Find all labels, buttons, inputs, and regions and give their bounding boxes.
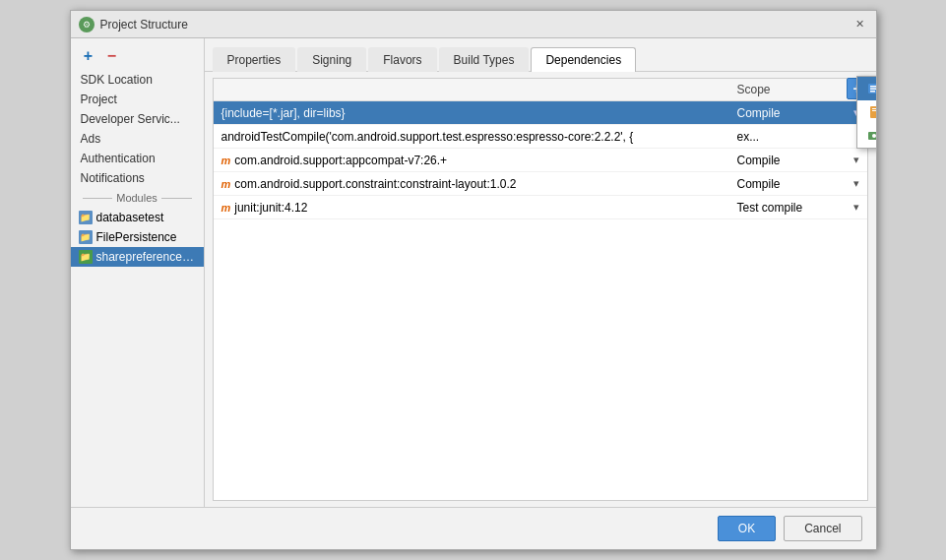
dependency-scope: Compile ▾: [729, 151, 867, 170]
dependency-name: m junit:junit:4.12: [214, 198, 729, 218]
jar-icon: [867, 105, 876, 119]
ok-button[interactable]: OK: [718, 516, 776, 541]
dependency-name: {include=[*.jar], dir=libs}: [214, 103, 729, 123]
project-structure-dialog: ⚙ Project Structure ✕ + − SDK Location P…: [70, 10, 877, 550]
tab-signing[interactable]: Signing: [297, 47, 366, 72]
table-row[interactable]: m junit:junit:4.12 Test compile ▾: [214, 196, 867, 219]
dependency-scope: Compile ▾: [729, 103, 867, 123]
main-content: Properties Signing Flavors Build Types D…: [205, 38, 876, 507]
scope-dropdown-arrow[interactable]: ▾: [853, 201, 859, 214]
title-bar-left: ⚙ Project Structure: [79, 17, 188, 32]
dependency-name: androidTestCompile('com.android.support.…: [214, 127, 729, 147]
add-module-button[interactable]: +: [79, 46, 98, 66]
sidebar-item-sdk-location[interactable]: SDK Location: [71, 70, 204, 90]
svg-rect-5: [872, 108, 876, 109]
module-item-filepersistence[interactable]: 📁 FilePersistence: [71, 227, 204, 247]
dependency-scope: Test compile ▾: [729, 198, 867, 218]
dependency-scope: Compile ▾: [729, 174, 867, 194]
table-row[interactable]: androidTestCompile('com.android.support.…: [214, 125, 867, 149]
module-item-sharepreferencen[interactable]: 📁 sharepreferencen...: [71, 247, 204, 267]
dependency-name: m com.android.support.constraint:constra…: [214, 174, 729, 194]
dependency-type-dropdown: 1 Library dependency 2 Jar dependency: [856, 76, 876, 149]
svg-rect-3: [870, 91, 875, 93]
app-icon: ⚙: [79, 17, 95, 32]
tab-flavors[interactable]: Flavors: [368, 47, 436, 72]
tab-build-types[interactable]: Build Types: [439, 47, 530, 72]
sidebar-item-authentication[interactable]: Authentication: [71, 149, 204, 168]
svg-rect-2: [870, 89, 876, 91]
sidebar-item-notifications[interactable]: Notifications: [71, 168, 204, 188]
tabs-bar: Properties Signing Flavors Build Types D…: [205, 38, 876, 72]
module-item-databasetest[interactable]: 📁 databasetest: [71, 208, 204, 227]
module-folder-icon: 📁: [79, 230, 93, 244]
table-row[interactable]: m com.android.support.constraint:constra…: [214, 172, 867, 196]
library-dependency-option[interactable]: 1 Library dependency: [857, 77, 876, 100]
bottom-bar: OK Cancel: [71, 507, 876, 549]
svg-rect-1: [870, 86, 876, 88]
svg-rect-4: [870, 106, 876, 118]
dependency-name: m com.android.support:appcompat-v7:26.+: [214, 151, 729, 170]
maven-icon: m: [221, 155, 231, 166]
maven-icon: m: [221, 202, 231, 214]
dialog-title: Project Structure: [100, 18, 188, 31]
sidebar: + − SDK Location Project Developer Servi…: [71, 38, 205, 507]
table-row[interactable]: {include=[*.jar], dir=libs} Compile ▾: [214, 101, 867, 125]
close-button[interactable]: ✕: [852, 17, 868, 32]
dependencies-content-area: Scope {include=[*.jar], dir=libs} Compil…: [213, 78, 868, 501]
sidebar-item-ads[interactable]: Ads: [71, 129, 204, 149]
table-header: Scope: [214, 79, 867, 101]
svg-point-8: [872, 134, 876, 138]
scope-dropdown-arrow[interactable]: ▾: [853, 154, 859, 166]
cancel-button[interactable]: Cancel: [784, 516, 861, 541]
scope-dropdown-arrow[interactable]: ▾: [853, 177, 859, 190]
sidebar-toolbar: + −: [71, 42, 204, 70]
sidebar-item-developer-services[interactable]: Developer Servic...: [71, 109, 204, 129]
module-dependency-option[interactable]: 3 Module dependency: [857, 124, 876, 148]
title-bar: ⚙ Project Structure ✕: [71, 11, 876, 38]
sidebar-item-project[interactable]: Project: [71, 90, 204, 109]
dialog-body: + − SDK Location Project Developer Servi…: [71, 38, 876, 507]
maven-icon: m: [221, 178, 231, 190]
table-row[interactable]: m com.android.support:appcompat-v7:26.+ …: [214, 149, 867, 172]
module-folder-icon: 📁: [79, 211, 93, 224]
module-dep-icon: [867, 129, 876, 143]
library-icon: [867, 82, 876, 95]
module-folder-icon: 📁: [79, 250, 93, 264]
tab-properties[interactable]: Properties: [213, 47, 296, 72]
dependency-scope: ex...: [729, 127, 867, 147]
modules-section-header: Modules: [71, 188, 204, 208]
svg-rect-6: [872, 110, 876, 111]
remove-module-button[interactable]: −: [102, 46, 122, 66]
tab-dependencies[interactable]: Dependencies: [531, 47, 636, 72]
jar-dependency-option[interactable]: 2 Jar dependency: [857, 100, 876, 124]
col-header-name: [214, 79, 729, 100]
